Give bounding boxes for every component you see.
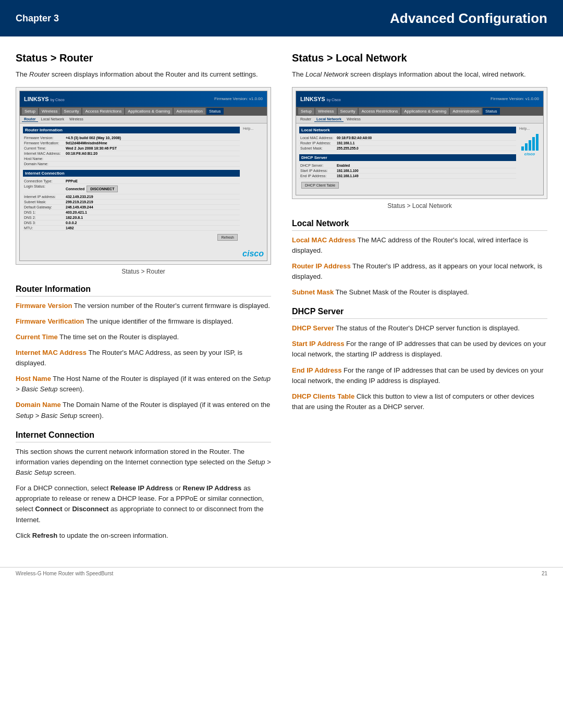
linksys-local-sidebar: Help... cisco: [519, 127, 540, 192]
term-router-ip: Router IP Address The Router's IP addres…: [292, 261, 547, 282]
local-network-section-title: Local Network: [292, 219, 547, 231]
inet-conn-para1: This section shows the current network i…: [16, 447, 271, 478]
linksys-local-ui: LINKSYS by Cisco Firmware Version: v1.0.…: [296, 91, 544, 195]
dhcp-server-section-title: DHCP Server: [292, 307, 547, 319]
linksys-header: LINKSYS by Cisco Firmware Version: v1.0.…: [20, 91, 267, 107]
nav-setup[interactable]: Setup: [22, 108, 38, 115]
term-current-time: Current Time The time set on the Router …: [16, 332, 271, 342]
linksys-logo: LINKSYS by Cisco: [24, 96, 65, 102]
dns1-row: DNS 1: 403.20.421.1: [23, 210, 240, 215]
linksys-local-header: LINKSYS by Cisco Firmware Version: v1.0.…: [296, 91, 543, 107]
dhcp-heading: DHCP Server: [299, 154, 516, 161]
start-ip-row: Start IP Address: 192.168.1.100: [299, 168, 516, 174]
cisco-signal-bars: cisco: [519, 132, 540, 158]
lnav-access[interactable]: Access Restrictions: [359, 108, 400, 115]
term-dhcp-clients: DHCP Clients Table Click this button to …: [292, 391, 547, 412]
chapter-label: Chapter 3: [16, 13, 59, 24]
page-footer: Wireless-G Home Router with SpeedBurst 2…: [0, 567, 563, 579]
linksys-main-area: Router Information Firmware Version: +4.…: [23, 127, 240, 244]
inet-mac-row: Internet MAC Address: 00:18:F8:A0:B1:20: [23, 151, 240, 156]
linksys-local-main: Local Network Local MAC Address: 00:18:F…: [299, 127, 516, 192]
status-router-title: Status > Router: [16, 52, 271, 64]
inet-conn-para3: Click Refresh to update the on-screen in…: [16, 530, 271, 541]
router-info-section-title: Router Information: [16, 285, 271, 297]
term-internet-mac: Internet MAC Address The Router's MAC Ad…: [16, 348, 271, 368]
term-dhcp-server: DHCP Server The status of the Router's D…: [292, 323, 547, 334]
term-host-name: Host Name The Host Name of the Router is…: [16, 374, 271, 394]
page-header: Chapter 3 Advanced Configuration: [0, 0, 563, 36]
linksys-local-firmware: Firmware Version: v1.0.00: [491, 96, 539, 101]
status-local-title: Status > Local Network: [292, 52, 547, 64]
nav-apps[interactable]: Applications & Gaming: [125, 108, 173, 115]
bar-2: [525, 143, 528, 151]
login-status-row: Login Status: Connected DISCONNECT: [23, 184, 240, 194]
internet-conn-section-title: Internet Connection: [16, 430, 271, 442]
disconnect-button[interactable]: DISCONNECT: [87, 186, 118, 192]
signal-bar-group: [521, 134, 538, 151]
linksys-local-nav: Setup Wireless Security Access Restricti…: [296, 107, 543, 116]
term-domain-name: Domain Name The Domain Name of the Route…: [16, 400, 271, 421]
nav-wireless[interactable]: Wireless: [39, 108, 60, 115]
conn-type-row: Connection Type: PPPoE: [23, 179, 240, 184]
dns2-row: DNS 2: 182.20.8.1: [23, 215, 240, 220]
main-content: Status > Router The Router screen displa…: [0, 36, 563, 557]
nav-access[interactable]: Access Restrictions: [82, 108, 124, 115]
domain-name-row: Domain Name:: [23, 162, 240, 167]
dhcp-clients-button[interactable]: DHCP Client Table: [301, 182, 339, 189]
mtu-row: MTU: 1492: [23, 226, 240, 231]
linksys-footer: cisco: [20, 247, 267, 261]
local-screenshot-caption: Status > Local Network: [292, 202, 547, 209]
cisco-logo: cisco: [242, 249, 264, 258]
linksys-firmware: Firmware Version: v1.0.00: [214, 96, 263, 101]
footer-product: Wireless-G Home Router with SpeedBurst: [16, 571, 113, 576]
router-screenshot-box: LINKSYS by Cisco Firmware Version: v1.0.…: [16, 87, 271, 265]
linksys-local-body: Local Network Local MAC Address: 00:18:F…: [296, 124, 543, 195]
lsubnav-router[interactable]: Router: [298, 117, 313, 122]
nav-admin[interactable]: Administration: [174, 108, 205, 115]
local-subnet-row: Subnet Mask: 255.255.255.0: [299, 146, 516, 151]
bar-4: [532, 137, 535, 151]
router-ip-row: Router IP Address: 192.168.1.1: [299, 141, 516, 146]
router-info-heading: Router Information: [23, 127, 240, 133]
dns3-row: DNS 3: 0.0.0.2: [23, 220, 240, 226]
local-network-heading: Local Network: [299, 127, 516, 133]
subnav-router[interactable]: Router: [22, 117, 38, 122]
linksys-sidebar: Help...: [243, 127, 264, 244]
linksys-router-ui: LINKSYS by Cisco Firmware Version: v1.0.…: [19, 91, 267, 261]
bar-3: [529, 140, 531, 151]
lnav-apps[interactable]: Applications & Gaming: [401, 108, 449, 115]
lnav-security[interactable]: Security: [338, 108, 358, 115]
right-column: Status > Local Network The Local Network…: [292, 52, 547, 546]
lnav-wireless[interactable]: Wireless: [315, 108, 337, 115]
term-start-ip: Start IP Address For the range of IP add…: [292, 339, 547, 360]
local-screenshot-box: LINKSYS by Cisco Firmware Version: v1.0.…: [292, 87, 547, 199]
page-title: Advanced Configuration: [390, 10, 547, 27]
linksys-local-subnav: Router Local Network Wireless: [296, 116, 543, 124]
inet-ip-row: Internet IP address: 432.149.233.219: [23, 194, 240, 200]
linksys-body: Router Information Firmware Version: +4.…: [20, 124, 267, 247]
default-gw-row: Default Gateway: 246.149.439.244: [23, 205, 240, 210]
subnav-local-network[interactable]: Local Network: [39, 117, 66, 122]
linksys-nav: Setup Wireless Security Access Restricti…: [20, 107, 267, 116]
term-firmware-version: Firmware Version The version number of t…: [16, 301, 271, 311]
linksys-local-logo: LINKSYS by Cisco: [300, 96, 341, 102]
lsubnav-local[interactable]: Local Network: [314, 117, 344, 122]
end-ip-row: End IP Address: 192.168.1.149: [299, 174, 516, 179]
left-column: Status > Router The Router screen displa…: [16, 52, 271, 546]
nav-status[interactable]: Status: [206, 108, 224, 115]
nav-security[interactable]: Security: [62, 108, 82, 115]
refresh-button[interactable]: Refresh: [217, 234, 238, 241]
host-name-row: Host Name:: [23, 156, 240, 162]
term-local-mac: Local MAC Address The MAC address of the…: [292, 235, 547, 256]
inet-conn-para2: For a DHCP connection, select Release IP…: [16, 483, 271, 525]
subnav-wireless[interactable]: Wireless: [67, 117, 85, 122]
term-end-ip: End IP Address For the range of IP addre…: [292, 365, 547, 386]
cisco-text: cisco: [524, 152, 535, 156]
fw-version-row: Firmware Version: +4.5 (3) build 002 (Ma…: [23, 135, 240, 141]
lsubnav-wireless[interactable]: Wireless: [345, 117, 363, 122]
lnav-setup[interactable]: Setup: [298, 108, 314, 115]
lnav-admin[interactable]: Administration: [450, 108, 482, 115]
bar-5: [536, 134, 538, 151]
lnav-status[interactable]: Status: [483, 108, 500, 115]
current-time-row: Current Time: Wed 2 Jun 2008 18:30:46 PS…: [23, 146, 240, 151]
